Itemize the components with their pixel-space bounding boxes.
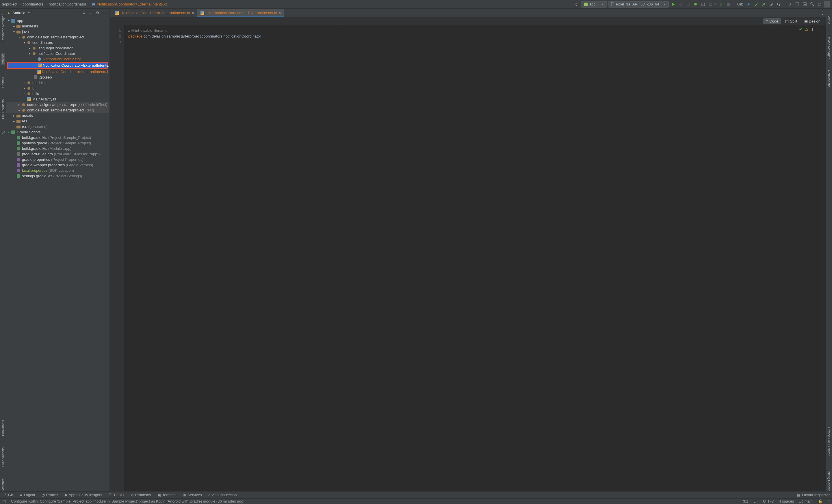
- tool-window-project[interactable]: Project: [1, 53, 5, 65]
- tree-node-package-test[interactable]: ▸com.delasign.samplestarterproject (test…: [6, 107, 109, 113]
- tree-node-res-generated[interactable]: res (generated): [6, 124, 109, 129]
- settings-icon[interactable]: [816, 1, 823, 7]
- tree-node-notification-coordinator-class[interactable]: NotificationCoordinator: [6, 56, 109, 62]
- tool-window-problems[interactable]: ⊘Problems: [131, 493, 151, 497]
- search-icon[interactable]: [809, 1, 815, 7]
- tree-node-java[interactable]: ▾java: [6, 29, 109, 34]
- tool-window-resource-manager[interactable]: Resource Manager: [1, 15, 5, 41]
- tree-node-ui[interactable]: ▸ui: [6, 85, 109, 91]
- run-config-device-dropdown[interactable]: Pixel_3a_API_33_x86_64 ▼: [608, 1, 669, 7]
- tool-window-services[interactable]: ⊞Services: [183, 493, 202, 497]
- device-manager-icon[interactable]: [794, 1, 800, 7]
- line-separator[interactable]: LF: [753, 499, 758, 503]
- read-only-lock-icon[interactable]: 🔒: [818, 499, 823, 503]
- tool-window-device-file-explorer[interactable]: Device File Explorer: [827, 427, 831, 455]
- tool-windows-quick-access-icon[interactable]: ▢: [2, 499, 6, 503]
- tree-node-gitkeep[interactable]: .gitkeep: [6, 75, 109, 80]
- breadcrumb-item-file[interactable]: NotificationCoordinator+ExternalIntents.…: [97, 2, 167, 6]
- tool-window-logcat[interactable]: ≣Logcat: [19, 493, 35, 497]
- close-tab-icon[interactable]: ×: [192, 11, 194, 15]
- tree-node-main-activity[interactable]: MainActivity.kt: [6, 96, 109, 102]
- tree-node-gradle-scripts[interactable]: ▾Gradle Scripts: [6, 129, 109, 135]
- select-opened-file-icon[interactable]: ⊙: [74, 10, 79, 16]
- caret-position[interactable]: 3:1: [743, 499, 748, 503]
- chevron-up-icon[interactable]: ˄: [816, 27, 818, 31]
- tree-node-local-properties[interactable]: local.properties (SDK Location): [6, 168, 109, 173]
- debug-button[interactable]: [693, 1, 699, 7]
- tool-window-profiler[interactable]: ◔Profiler: [42, 493, 58, 497]
- tree-node-coordinators[interactable]: ▾coordinators: [6, 40, 109, 45]
- tool-window-structure[interactable]: Structure: [1, 478, 5, 491]
- tool-window-gradle[interactable]: Gradle: [827, 15, 831, 24]
- code-content[interactable]: // ktlint-disable filename package com.d…: [124, 25, 826, 491]
- status-message[interactable]: Configure Kotlin: Configure 'Sample_Proj…: [11, 499, 244, 503]
- tool-window-todo[interactable]: ☰TODO: [108, 493, 124, 497]
- breadcrumb[interactable]: terproject› coordinators› notificationCo…: [2, 2, 167, 6]
- tree-node-package-androidtest[interactable]: ▸com.delasign.samplestarterproject (andr…: [6, 102, 109, 107]
- tree-node-external-intents-file[interactable]: NotificationCoordinator+ExternalIntents.: [8, 63, 107, 68]
- undo-icon[interactable]: [775, 1, 782, 7]
- tree-node-gradle-properties[interactable]: gradle.properties (Project Properties): [6, 157, 109, 162]
- tree-node-language-coordinator[interactable]: ▸languageCoordinator: [6, 45, 109, 51]
- vcs-log-icon[interactable]: ⎇: [1, 131, 5, 135]
- tool-window-layout-inspector[interactable]: ▦Layout Inspector: [797, 493, 830, 497]
- breadcrumb-item[interactable]: notificationCoordinator: [49, 2, 86, 6]
- more-tabs-icon[interactable]: ⋮: [821, 11, 825, 15]
- tool-window-commit[interactable]: Commit: [1, 77, 5, 88]
- attach-debugger-icon[interactable]: [718, 1, 724, 7]
- hide-icon[interactable]: —: [102, 10, 107, 16]
- code-editor[interactable]: 123 // ktlint-disable filename package c…: [110, 25, 826, 491]
- tree-node-assets[interactable]: ▸assets: [6, 113, 109, 118]
- tree-node-app[interactable]: ▾app: [6, 18, 109, 23]
- tree-node-proguard[interactable]: proguard-rules.pro (ProGuard Rules for "…: [6, 151, 109, 157]
- tree-node-settings-gradle[interactable]: settings.gradle.kts (Project Settings): [6, 173, 109, 179]
- breadcrumb-item[interactable]: coordinators: [23, 2, 44, 6]
- tool-window-device-manager[interactable]: Device Manager: [827, 35, 831, 59]
- tree-node-models[interactable]: ▸models: [6, 80, 109, 85]
- breadcrumb-item[interactable]: terproject: [2, 2, 17, 6]
- tool-window-pull-requests[interactable]: Pull Requests: [1, 99, 5, 119]
- settings-icon[interactable]: ⚙: [95, 10, 100, 16]
- project-tree[interactable]: ▾app ▸manifests ▾java ▾com.delasign.samp…: [6, 17, 109, 491]
- tool-window-notifications[interactable]: Notifications: [827, 70, 831, 87]
- tree-node-build-gradle-project[interactable]: build.gradle.kts (Project: Sample_Projec…: [6, 135, 109, 140]
- tree-node-res[interactable]: ▸res: [6, 118, 109, 124]
- tool-window-terminal[interactable]: ▣Terminal: [157, 493, 177, 497]
- sdk-manager-icon[interactable]: [801, 1, 808, 7]
- tree-node-notification-coordinator[interactable]: ▾notificationCoordinator: [6, 51, 109, 56]
- vcs-history-icon[interactable]: [768, 1, 774, 7]
- tool-window-git[interactable]: ⎇Git: [2, 493, 13, 497]
- split-view-button[interactable]: ◫Split: [782, 18, 800, 24]
- tree-node-build-gradle-app[interactable]: build.gradle.kts (Module :app): [6, 146, 109, 151]
- coverage-icon[interactable]: [700, 1, 706, 7]
- tree-node-manifests[interactable]: ▸manifests: [6, 23, 109, 29]
- indent-settings[interactable]: 4 spaces: [779, 499, 794, 503]
- expand-icon[interactable]: ≡: [81, 10, 86, 16]
- file-encoding[interactable]: UTF-8: [763, 499, 774, 503]
- run-config-module-dropdown[interactable]: app ▼: [581, 1, 607, 7]
- vcs-push-icon[interactable]: [760, 1, 767, 7]
- code-view-button[interactable]: ≡Code: [763, 18, 781, 24]
- sync-gradle-icon[interactable]: [786, 1, 793, 7]
- collapse-icon[interactable]: ÷: [88, 10, 93, 16]
- close-tab-icon[interactable]: ×: [279, 11, 281, 15]
- project-view-selector[interactable]: Android: [12, 11, 25, 15]
- editor-tab[interactable]: NotificationCoordinator+ExternalIntents.…: [197, 9, 284, 17]
- chevron-down-icon[interactable]: ▼: [28, 11, 30, 15]
- tree-node-package[interactable]: ▾com.delasign.samplestarterproject: [6, 34, 109, 40]
- profile-icon[interactable]: [707, 1, 714, 7]
- tool-window-bookmarks[interactable]: Bookmarks: [1, 420, 5, 436]
- tool-window-build-variants[interactable]: Build Variants: [1, 447, 5, 467]
- tree-node-spotless-gradle[interactable]: spotless.gradle (Project: Sample_Project…: [6, 140, 109, 146]
- tool-window-app-inspection[interactable]: ⌂App Inspection: [208, 493, 237, 497]
- tree-node-utils[interactable]: ▸utils: [6, 91, 109, 96]
- tool-window-app-quality[interactable]: ◆App Quality Insights: [64, 493, 102, 497]
- tree-node-gradle-wrapper-properties[interactable]: gradle-wrapper.properties (Gradle Versio…: [6, 162, 109, 168]
- vcs-update-icon[interactable]: [745, 1, 752, 7]
- inspection-summary[interactable]: ✔ ⚠1 ˄ ˅: [799, 27, 823, 31]
- tree-node-internal-intents-file[interactable]: NotificationCoordinator+InternalIntents.…: [6, 69, 109, 75]
- design-view-button[interactable]: ▣Design: [801, 18, 823, 24]
- navigate-back-icon[interactable]: [573, 1, 580, 7]
- memory-indicator-icon[interactable]: ▯: [828, 499, 830, 503]
- error-stripe[interactable]: [822, 25, 826, 491]
